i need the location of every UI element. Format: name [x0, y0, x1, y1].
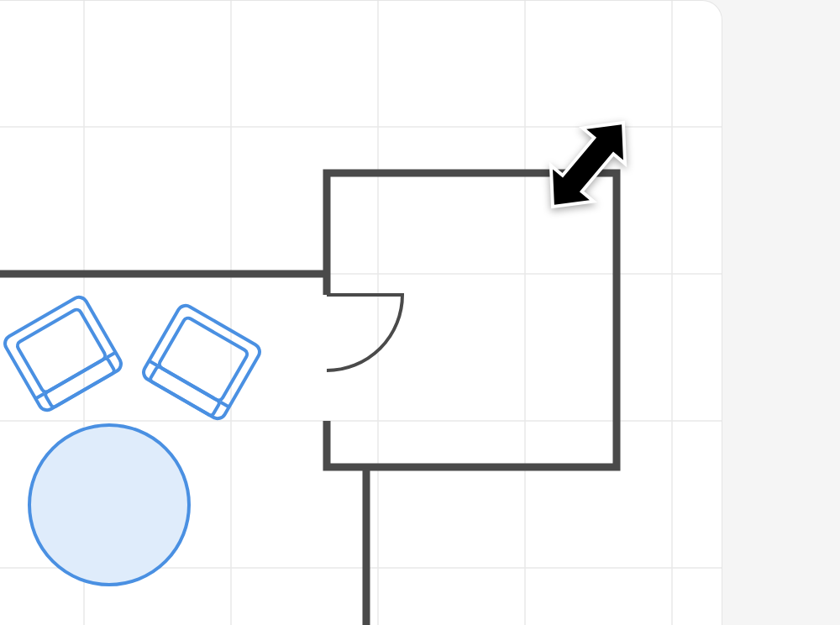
svg-rect-17 — [45, 357, 115, 407]
door-arc — [327, 295, 402, 370]
floor-plan-drawing[interactable] — [0, 1, 722, 625]
svg-line-15 — [35, 393, 44, 398]
svg-line-16 — [107, 352, 115, 357]
round-table[interactable] — [29, 425, 189, 585]
armchair-2[interactable] — [140, 302, 262, 422]
wall-path[interactable] — [0, 173, 617, 467]
svg-rect-14 — [16, 308, 107, 394]
svg-rect-19 — [158, 317, 249, 402]
svg-line-21 — [220, 402, 228, 407]
floor-plan-canvas[interactable] — [0, 0, 722, 625]
svg-rect-22 — [150, 365, 220, 416]
armchair-1[interactable] — [2, 294, 123, 413]
svg-line-20 — [149, 360, 157, 365]
